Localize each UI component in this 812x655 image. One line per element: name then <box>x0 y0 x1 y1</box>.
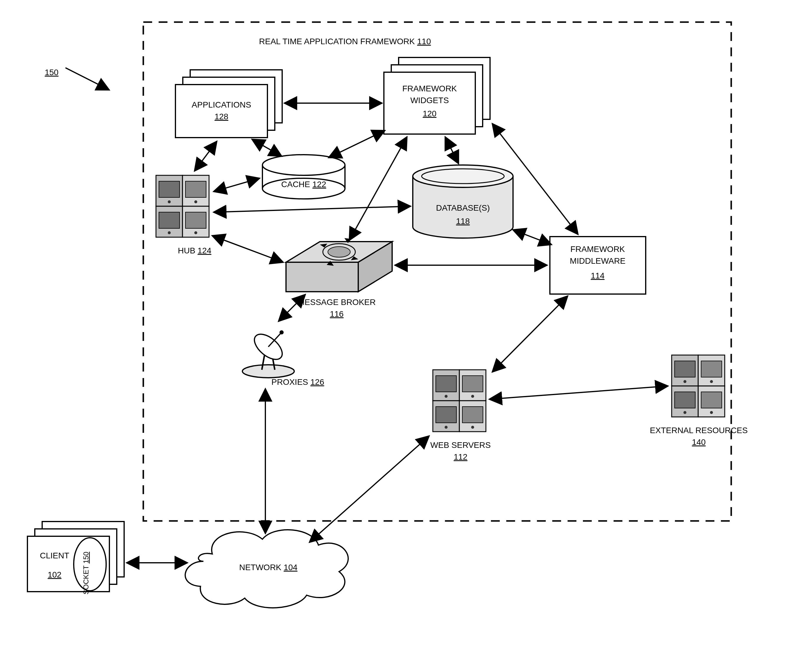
framework-widgets-ref: 120 <box>423 109 437 118</box>
hub-text: HUB 124 <box>178 246 211 255</box>
architecture-diagram: 150 REAL TIME APPLICATION FRAMEWORK 110 … <box>0 0 812 655</box>
fm-label2: MIDDLEWARE <box>570 256 626 266</box>
svg-line-46 <box>513 230 552 244</box>
svg-point-35 <box>74 538 106 591</box>
external-resources-label: EXTERNAL RESOURCES <box>650 426 748 435</box>
svg-line-40 <box>329 131 385 158</box>
web-servers-ref: 112 <box>454 452 468 461</box>
svg-point-25 <box>328 247 350 257</box>
proxies-node <box>242 329 294 378</box>
framework-widgets-node: FRAMEWORK WIDGETS 120 <box>384 57 490 134</box>
cache-text: CACHE 122 <box>281 180 327 189</box>
client-label: CLIENT <box>40 551 69 560</box>
applications-label: APPLICATIONS <box>192 100 251 109</box>
framework-widgets-label1: FRAMEWORK <box>402 84 457 93</box>
cache-node: CACHE 122 <box>262 155 345 199</box>
framework-middleware-node: FRAMEWORK MIDDLEWARE 114 <box>550 237 646 294</box>
svg-point-21 <box>413 165 513 188</box>
svg-line-36 <box>194 141 217 171</box>
proxies-text: PROXIES 126 <box>271 377 324 387</box>
svg-line-41 <box>445 137 459 163</box>
message-broker-ref: 116 <box>330 309 344 318</box>
svg-line-52 <box>310 436 429 542</box>
hub-node <box>156 175 209 237</box>
applications-ref: 128 <box>215 112 228 121</box>
frame-title: REAL TIME APPLICATION FRAMEWORK 110 <box>259 37 431 46</box>
client-node: CLIENT 102 SOCKET 150 <box>28 521 124 594</box>
databases-ref: 118 <box>456 217 470 226</box>
svg-line-12 <box>65 68 109 90</box>
svg-rect-15 <box>176 85 267 138</box>
connections <box>127 103 668 563</box>
svg-line-44 <box>214 206 410 212</box>
svg-line-39 <box>214 178 259 192</box>
socket-text: SOCKET 150 <box>82 552 90 595</box>
message-broker-label: MESSAGE BROKER <box>298 298 376 307</box>
client-ref: 102 <box>48 570 62 579</box>
svg-point-26 <box>242 365 294 378</box>
external-resources-ref: 140 <box>692 438 706 447</box>
external-resources-node <box>672 355 725 417</box>
figure-ref: 150 <box>45 68 109 90</box>
svg-line-50 <box>490 386 668 399</box>
databases-node: DATABASE(S) 118 <box>413 165 513 238</box>
fm-ref: 114 <box>591 271 605 280</box>
svg-line-45 <box>212 236 283 262</box>
web-servers-node <box>433 370 486 432</box>
svg-line-38 <box>252 139 282 156</box>
svg-line-48 <box>279 295 305 321</box>
databases-label: DATABASE(S) <box>436 203 490 212</box>
network-text: NETWORK 104 <box>239 563 297 572</box>
svg-line-49 <box>492 296 568 372</box>
applications-node: APPLICATIONS 128 <box>176 70 282 138</box>
message-broker-node: MESSAGE BROKER 116 <box>286 238 392 318</box>
svg-line-43 <box>350 137 407 240</box>
svg-point-31 <box>279 330 284 334</box>
fm-label1: FRAMEWORK <box>570 244 625 254</box>
framework-widgets-label2: WIDGETS <box>410 96 449 105</box>
network-node: NETWORK 104 <box>185 530 348 608</box>
svg-point-20 <box>262 155 345 175</box>
web-servers-label: WEB SERVERS <box>430 440 491 450</box>
figure-ref-text: 150 <box>45 68 59 77</box>
